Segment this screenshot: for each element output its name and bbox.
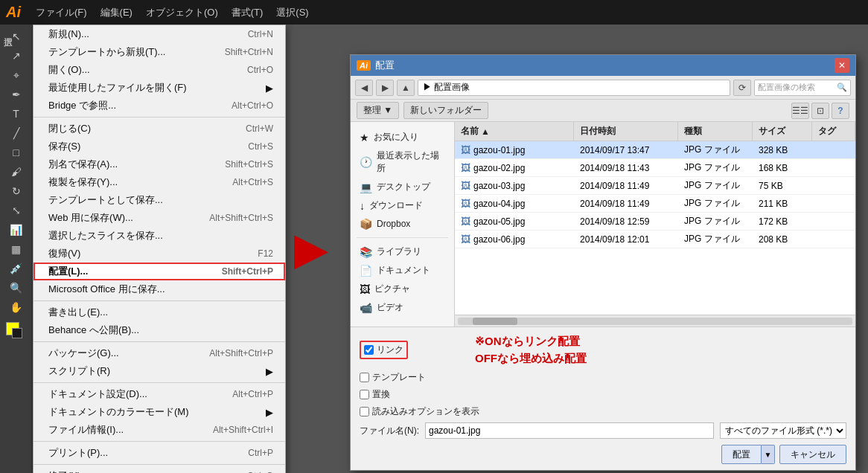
tool-gradient[interactable]: ▦: [6, 240, 27, 258]
view-list-button[interactable]: ☰☰: [791, 103, 809, 119]
bookmark-documents[interactable]: 📄 ドキュメント: [351, 261, 454, 280]
menu-item-behance[interactable]: Behance へ公開(B)...: [33, 321, 285, 339]
col-header-type[interactable]: 種類: [678, 122, 753, 141]
read-options-option[interactable]: 読み込みオプションを表示: [360, 405, 479, 418]
hscroll-area[interactable]: [455, 315, 855, 326]
menu-item-place[interactable]: 配置(L)... Shift+Ctrl+P: [33, 263, 285, 280]
background-color[interactable]: [12, 328, 22, 338]
replace-checkbox[interactable]: [360, 390, 369, 399]
file-row-1[interactable]: 🖼 gazou-02.jpg 2014/09/18 11:43 JPG ファイル…: [455, 159, 855, 177]
tool-scale[interactable]: ⤡: [6, 202, 27, 219]
organize-button[interactable]: 整理 ▼: [357, 102, 399, 119]
menu-item-save[interactable]: 保存(S) Ctrl+S: [33, 138, 285, 155]
help-button[interactable]: ?: [832, 103, 849, 119]
bookmark-videos[interactable]: 📹 ビデオ: [351, 298, 454, 317]
template-option[interactable]: テンプレート: [360, 371, 426, 384]
bookmark-dropbox[interactable]: 📦 Dropbox: [351, 215, 454, 233]
template-checkbox[interactable]: [360, 373, 369, 382]
menu-item-new[interactable]: 新規(N)... Ctrl+N: [33, 25, 285, 43]
menu-edit[interactable]: 編集(E): [95, 3, 138, 22]
menu-item-scripts[interactable]: スクリプト(R) ▶: [33, 362, 285, 380]
bookmark-divider: [357, 237, 448, 238]
menu-item-save-as[interactable]: 別名で保存(A)... Shift+Ctrl+S: [33, 155, 285, 173]
dialog-close-button[interactable]: ✕: [835, 58, 849, 73]
hscroll-thumb[interactable]: [473, 318, 517, 325]
nav-forward-button[interactable]: ▶: [376, 80, 394, 96]
filetype-select[interactable]: すべてのファイル形式 (*.*): [720, 422, 846, 439]
col-header-name[interactable]: 名前 ▲: [455, 122, 574, 141]
filename-input[interactable]: [425, 422, 714, 439]
replace-option[interactable]: 置換: [360, 388, 390, 401]
menu-item-save-office[interactable]: Microsoft Office 用に保存...: [33, 280, 285, 298]
link-option[interactable]: リンク: [360, 341, 408, 359]
file-type-5: JPG ファイル: [678, 233, 753, 245]
menu-object[interactable]: オブジェクト(O): [140, 3, 224, 22]
menu-item-close[interactable]: 閉じる(C) Ctrl+W: [33, 120, 285, 138]
menu-item-save-web[interactable]: Web 用に保存(W)... Alt+Shift+Ctrl+S: [33, 209, 285, 227]
bookmark-library[interactable]: 📚 ライブラリ: [351, 242, 454, 261]
options-row-3: 置換: [360, 388, 846, 401]
tool-select[interactable]: ↖: [6, 28, 27, 45]
tool-rotate[interactable]: ↻: [6, 182, 27, 200]
divider-6: [33, 464, 285, 465]
view-icon-button[interactable]: ⊡: [811, 103, 829, 119]
menu-item-open[interactable]: 開く(O)... Ctrl+O: [33, 61, 285, 79]
cancel-button[interactable]: キャンセル: [779, 445, 846, 464]
nav-back-button[interactable]: ◀: [355, 80, 373, 96]
menu-select[interactable]: 選択(S): [270, 3, 314, 22]
file-row-0[interactable]: 🖼 gazou-01.jpg 2014/09/17 13:47 JPG ファイル…: [455, 141, 855, 159]
bookmark-pictures[interactable]: 🖼 ピクチャ: [351, 280, 454, 298]
menu-item-package[interactable]: パッケージ(G)... Alt+Shift+Ctrl+P: [33, 344, 285, 362]
tool-lasso[interactable]: ⌖: [6, 66, 27, 84]
menu-type[interactable]: 書式(T): [226, 3, 269, 22]
tool-type[interactable]: T: [6, 105, 27, 123]
col-header-date[interactable]: 日付時刻: [574, 122, 678, 141]
tool-graph[interactable]: 📊: [6, 221, 27, 239]
place-button-arrow[interactable]: ▼: [762, 445, 775, 464]
place-button[interactable]: 配置: [721, 445, 762, 464]
link-checkbox[interactable]: [364, 345, 374, 355]
menu-item-save-copy[interactable]: 複製を保存(Y)... Alt+Ctrl+S: [33, 173, 285, 191]
col-header-size[interactable]: サイズ: [753, 122, 812, 141]
menu-item-doc-setup[interactable]: ドキュメント設定(D)... Alt+Ctrl+P: [33, 385, 285, 403]
file-row-5[interactable]: 🖼 gazou-06.jpg 2014/09/18 12:01 JPG ファイル…: [455, 231, 855, 248]
divider-5: [33, 441, 285, 442]
menu-item-print[interactable]: プリント(P)... Ctrl+P: [33, 444, 285, 462]
tool-eyedropper[interactable]: 💉: [6, 260, 27, 277]
menu-item-save-slice[interactable]: 選択したスライスを保存...: [33, 227, 285, 245]
menu-item-file-info[interactable]: ファイル情報(I)... Alt+Shift+Ctrl+I: [33, 421, 285, 439]
menu-item-revert[interactable]: 復帰(V) F12: [33, 245, 285, 263]
menu-item-quit[interactable]: 終了(X) Ctrl+Q: [33, 467, 285, 473]
menu-item-recent[interactable]: 最近使用したファイルを開く(F) ▶: [33, 79, 285, 97]
link-note: ※ONならリンク配置 OFFなら埋め込み配置: [475, 333, 587, 367]
tool-pen[interactable]: ✒: [6, 86, 27, 103]
address-path[interactable]: ▶ 配置画像: [418, 80, 730, 96]
menu-item-new-template[interactable]: テンプレートから新規(T)... Shift+Ctrl+N: [33, 43, 285, 61]
new-folder-button[interactable]: 新しいフォルダー: [403, 102, 488, 119]
tool-line[interactable]: ╱: [6, 124, 27, 142]
bookmark-downloads[interactable]: ↓ ダウンロード: [351, 196, 454, 215]
bookmark-desktop[interactable]: 💻 デスクトップ: [351, 178, 454, 196]
tool-brush[interactable]: 🖌: [6, 163, 27, 181]
search-box[interactable]: 配置画像の検索 🔍: [754, 80, 851, 96]
menu-item-bridge[interactable]: Bridge で参照... Alt+Ctrl+O: [33, 97, 285, 115]
library-icon: 📚: [360, 246, 372, 258]
bookmark-favorites[interactable]: ★ お気に入り: [351, 128, 454, 147]
tool-direct-select[interactable]: ↗: [6, 47, 27, 65]
file-row-3[interactable]: 🖼 gazou-04.jpg 2014/09/18 11:49 JPG ファイル…: [455, 195, 855, 213]
menu-item-save-template[interactable]: テンプレートとして保存...: [33, 191, 285, 209]
menu-item-color-mode[interactable]: ドキュメントのカラーモード(M) ▶: [33, 403, 285, 421]
menu-item-export[interactable]: 書き出し(E)...: [33, 303, 285, 321]
file-row-2[interactable]: 🖼 gazou-03.jpg 2014/09/18 11:49 JPG ファイル…: [455, 177, 855, 195]
read-options-checkbox[interactable]: [360, 407, 369, 416]
file-date-0: 2014/09/17 13:47: [574, 145, 678, 155]
tool-rect[interactable]: □: [6, 144, 27, 161]
file-row-4[interactable]: 🖼 gazou-05.jpg 2014/09/18 12:59 JPG ファイル…: [455, 213, 855, 231]
tool-hand[interactable]: ✋: [6, 298, 27, 316]
bookmark-recent[interactable]: 🕐 最近表示した場所: [351, 147, 454, 178]
nav-up-button[interactable]: ▲: [397, 80, 415, 96]
nav-refresh-button[interactable]: ⟳: [733, 80, 751, 96]
tool-zoom[interactable]: 🔍: [6, 279, 27, 297]
menu-file[interactable]: ファイル(F): [30, 3, 93, 22]
col-header-tag[interactable]: タグ: [812, 122, 855, 141]
